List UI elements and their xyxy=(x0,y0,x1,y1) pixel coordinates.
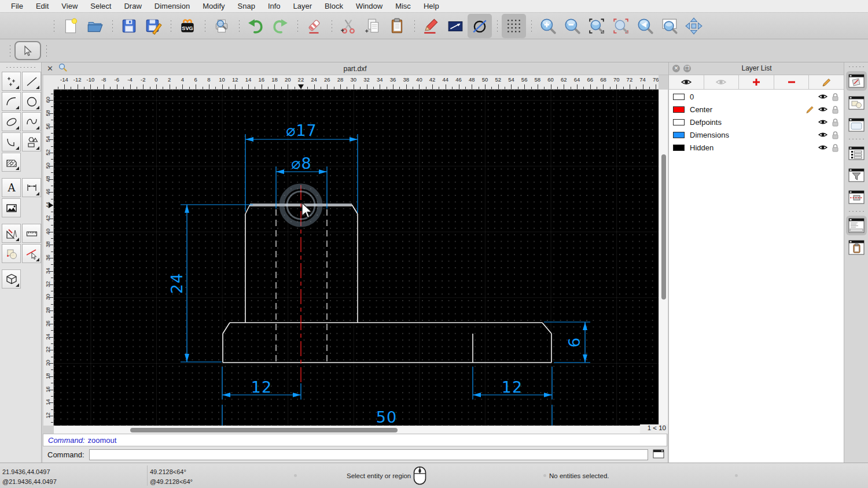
menu-snap[interactable]: Snap xyxy=(231,2,262,10)
horizontal-scrollbar-thumb[interactable] xyxy=(130,428,398,432)
solids-3d-tool[interactable] xyxy=(2,269,21,289)
entity-attributes-button[interactable] xyxy=(468,14,492,38)
vertical-scrollbar[interactable] xyxy=(659,90,668,426)
drawing-canvas[interactable]: ⌀17⌀8246121250 xyxy=(54,90,659,426)
open-file-button[interactable] xyxy=(83,14,107,38)
layer-name[interactable]: Defpoints xyxy=(690,118,814,127)
copy-button[interactable] xyxy=(361,14,385,38)
texts-tool[interactable]: A xyxy=(2,178,21,197)
part-outline-line[interactable] xyxy=(352,205,358,214)
polylines-tool[interactable] xyxy=(2,132,21,151)
blocks-panel-button[interactable] xyxy=(846,93,867,113)
circles-tool[interactable] xyxy=(22,92,41,111)
menu-select[interactable]: Select xyxy=(84,2,117,10)
layer-row-0[interactable]: 0 xyxy=(669,91,844,102)
edit-layer-button[interactable] xyxy=(809,75,844,89)
views-panel-button[interactable] xyxy=(846,115,867,135)
measurement-tool[interactable] xyxy=(22,224,41,243)
layer-name[interactable]: Center xyxy=(690,105,801,114)
layer-color-swatch[interactable] xyxy=(673,119,685,125)
menu-edit[interactable]: Edit xyxy=(30,2,55,10)
lines-tool[interactable] xyxy=(22,72,41,91)
images-tool[interactable] xyxy=(2,198,21,217)
menu-dimension[interactable]: Dimension xyxy=(148,2,196,10)
splines-tool[interactable] xyxy=(22,112,41,131)
save-button[interactable] xyxy=(117,14,141,38)
grid-toggle-button[interactable] xyxy=(502,14,526,38)
zoom-in-button[interactable] xyxy=(536,14,560,38)
menu-file[interactable]: File xyxy=(5,2,30,10)
layer-visible-icon[interactable] xyxy=(818,144,827,151)
layer-lock-icon[interactable] xyxy=(832,93,839,101)
menu-modify[interactable]: Modify xyxy=(196,2,231,10)
draft-tools-tool[interactable] xyxy=(2,224,21,243)
layer-visible-icon[interactable] xyxy=(818,131,827,138)
properties-panel-button[interactable] xyxy=(846,71,867,91)
part-outline-line[interactable] xyxy=(542,323,551,334)
layer-visible-icon[interactable] xyxy=(818,93,827,100)
print-preview-button[interactable] xyxy=(209,14,234,38)
zoom-selection-button[interactable] xyxy=(609,14,633,38)
pen-attributes-button[interactable] xyxy=(419,14,443,38)
zoom-window-button[interactable] xyxy=(657,14,682,38)
hide-all-layers-button[interactable] xyxy=(704,75,740,89)
points-tool[interactable] xyxy=(2,72,21,91)
layer-lock-icon[interactable] xyxy=(832,131,839,139)
layer-visible-icon[interactable] xyxy=(818,106,827,113)
part-outline-line[interactable] xyxy=(223,323,230,334)
dimension-label[interactable]: 50 xyxy=(376,408,397,426)
add-layer-button[interactable] xyxy=(739,75,774,89)
clipboard-panel-button[interactable] xyxy=(846,238,867,257)
dimension-label[interactable]: 6 xyxy=(565,337,583,347)
vertical-scrollbar-thumb[interactable] xyxy=(661,154,666,300)
layer-visible-icon[interactable] xyxy=(818,119,827,125)
undo-button[interactable] xyxy=(244,14,268,38)
line-attributes-button[interactable] xyxy=(443,14,468,38)
layer-name[interactable]: 0 xyxy=(690,93,814,101)
layer-row-center[interactable]: Center xyxy=(669,103,844,115)
save-as-button[interactable] xyxy=(141,14,165,38)
previous-view-button[interactable] xyxy=(633,14,657,38)
pan-zoom-button[interactable] xyxy=(682,14,706,38)
layer-name[interactable]: Dimensions xyxy=(690,131,814,139)
selection-pointer-button[interactable] xyxy=(14,41,41,60)
menu-view[interactable]: View xyxy=(55,2,84,10)
toolbar-drag-handle[interactable] xyxy=(53,18,54,34)
export-svg-button[interactable]: SVG xyxy=(175,14,200,38)
command-window-toggle-button[interactable] xyxy=(653,449,664,460)
menu-help[interactable]: Help xyxy=(417,2,446,10)
filter-panel-button[interactable] xyxy=(846,165,867,185)
layer-lock-icon[interactable] xyxy=(832,105,839,114)
hatches-tool[interactable] xyxy=(2,153,21,172)
menu-misc[interactable]: Misc xyxy=(389,2,417,10)
menu-block[interactable]: Block xyxy=(318,2,350,10)
toolbar-drag-handle[interactable] xyxy=(9,43,10,59)
dimension-label[interactable]: 12 xyxy=(251,378,272,396)
command-input[interactable] xyxy=(89,449,648,460)
layer-color-swatch[interactable] xyxy=(673,94,685,100)
layer-color-swatch[interactable] xyxy=(673,145,685,151)
show-all-layers-button[interactable] xyxy=(669,75,704,89)
dimension-label[interactable]: 12 xyxy=(502,378,523,396)
layer-color-swatch[interactable] xyxy=(673,132,685,138)
dock-drag-handle[interactable] xyxy=(848,66,865,68)
delete-button[interactable] xyxy=(302,14,326,38)
layer-name[interactable]: Hidden xyxy=(690,143,814,152)
layer-row-defpoints[interactable]: Defpoints xyxy=(669,116,844,128)
palette-drag-handle[interactable] xyxy=(5,66,36,68)
modify-tool[interactable] xyxy=(2,244,21,263)
menu-window[interactable]: Window xyxy=(350,2,389,10)
menu-draw[interactable]: Draw xyxy=(117,2,148,10)
menu-layer[interactable]: Layer xyxy=(287,2,319,10)
layer-lock-icon[interactable] xyxy=(832,118,839,127)
cut-button[interactable] xyxy=(336,14,361,38)
layer-lock-icon[interactable] xyxy=(832,143,839,152)
drawing-view[interactable]: ⌀17⌀8246121250 xyxy=(54,90,659,426)
new-file-button[interactable] xyxy=(58,14,83,38)
auto-zoom-button[interactable] xyxy=(584,14,609,38)
zoom-out-button[interactable] xyxy=(560,14,584,38)
part-outline-line[interactable] xyxy=(245,205,250,214)
layer-row-hidden[interactable]: Hidden xyxy=(669,142,844,153)
arcs-tool[interactable] xyxy=(2,92,21,111)
menu-info[interactable]: Info xyxy=(262,2,287,10)
